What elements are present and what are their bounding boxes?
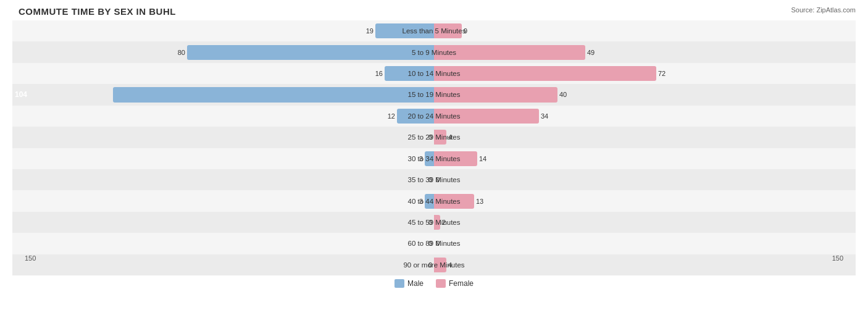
female-bar xyxy=(434,109,539,124)
female-value: 14 xyxy=(479,155,486,162)
bar-row: 31340 to 44 Minutes xyxy=(12,190,856,211)
male-bar xyxy=(187,45,434,60)
legend-female: Female xyxy=(436,279,474,288)
legend: Male Female xyxy=(25,279,843,288)
male-bar xyxy=(397,109,434,124)
male-bar xyxy=(425,194,434,209)
male-value: 0 xyxy=(428,176,432,183)
chart-container: COMMUTE TIME BY SEX IN BUHL Source: ZipA… xyxy=(0,0,868,323)
female-bar xyxy=(434,258,446,272)
bar-row: 0425 to 29 Minutes xyxy=(12,127,856,148)
male-value: 0 xyxy=(428,219,432,226)
female-value: 34 xyxy=(541,112,548,120)
bar-row: 0060 to 89 Minutes xyxy=(12,233,856,254)
male-bar xyxy=(113,87,434,102)
female-bar xyxy=(434,23,462,38)
male-value: 0 xyxy=(428,240,432,247)
bar-row: 1044015 to 19 Minutes xyxy=(12,84,856,105)
female-value: 9 xyxy=(464,27,467,35)
bars-area: 199Less than 5 Minutes80495 to 9 Minutes… xyxy=(12,20,856,275)
male-value: 104 xyxy=(12,90,27,99)
male-label: Male xyxy=(407,279,424,288)
male-bar xyxy=(385,66,434,81)
female-value: 0 xyxy=(436,176,440,183)
female-bar xyxy=(434,194,474,209)
female-value: 72 xyxy=(658,70,666,77)
female-bar xyxy=(434,130,446,145)
male-bar xyxy=(375,23,434,38)
bar-row: 0490 or more Minutes xyxy=(12,254,856,275)
bar-row: 80495 to 9 Minutes xyxy=(12,41,856,62)
female-value: 4 xyxy=(448,261,452,269)
male-value: 12 xyxy=(388,112,395,120)
female-value: 40 xyxy=(559,91,567,98)
male-color-box xyxy=(394,279,404,288)
female-color-box xyxy=(436,279,446,288)
legend-male: Male xyxy=(394,279,424,288)
axis-right-label: 150 xyxy=(832,254,843,262)
female-value: 2 xyxy=(442,219,446,226)
female-value: 0 xyxy=(436,240,440,247)
female-bar xyxy=(434,45,585,60)
female-value: 4 xyxy=(448,133,452,141)
female-bar xyxy=(434,151,477,166)
female-value: 13 xyxy=(476,198,483,205)
male-value: 0 xyxy=(428,133,432,141)
bar-row: 0035 to 39 Minutes xyxy=(12,169,856,190)
source-label: Source: ZipAtlas.com xyxy=(791,6,856,14)
bar-row: 123420 to 24 Minutes xyxy=(12,106,856,127)
female-bar xyxy=(434,215,440,230)
bar-row: 199Less than 5 Minutes xyxy=(12,20,856,41)
female-value: 49 xyxy=(587,49,595,56)
bar-row: 167210 to 14 Minutes xyxy=(12,63,856,84)
male-value: 3 xyxy=(419,155,423,162)
female-bar xyxy=(434,66,656,81)
chart-title: COMMUTE TIME BY SEX IN BUHL xyxy=(12,6,856,17)
male-bar xyxy=(425,151,434,166)
female-bar xyxy=(434,87,557,102)
female-label: Female xyxy=(449,279,474,288)
male-value: 3 xyxy=(419,198,423,205)
male-value: 16 xyxy=(375,70,383,77)
bar-row: 31430 to 34 Minutes xyxy=(12,148,856,169)
male-value: 0 xyxy=(428,261,432,269)
bar-row: 0245 to 59 Minutes xyxy=(12,212,856,233)
male-value: 19 xyxy=(366,27,373,35)
axis-left-label: 150 xyxy=(25,254,36,262)
male-value: 80 xyxy=(178,49,185,56)
